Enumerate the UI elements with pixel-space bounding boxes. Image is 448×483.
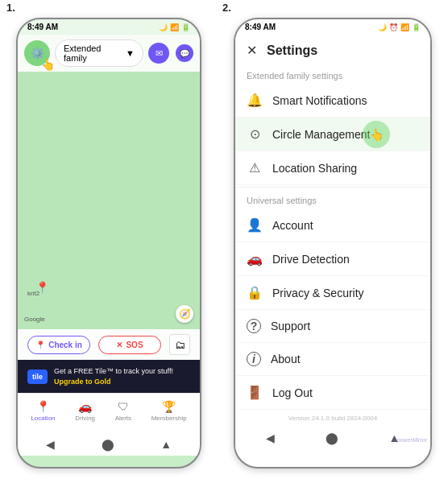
moon-icon: 🌙	[378, 23, 387, 31]
alerts-nav-label: Alerts	[115, 415, 131, 422]
settings-header: ✕ Settings	[235, 35, 430, 64]
menu-item-drive-detection[interactable]: 🚗 Drive Detection	[235, 242, 430, 276]
nav-alerts[interactable]: 🛡 Alerts	[115, 400, 131, 422]
notification-icon: 🌙	[159, 23, 168, 31]
privacy-icon: 🔒	[247, 285, 263, 300]
screen2-container: 2. 8:49 AM 🌙 ⏰ 📶 🔋 ✕ Settings Extended f…	[216, 0, 448, 483]
phone-mockup-2: 8:49 AM 🌙 ⏰ 📶 🔋 ✕ Settings Extended fami…	[234, 18, 432, 469]
bottom-nav-1: 📍 Location 🚗 Driving 🛡 Alerts 🏆 Membersh…	[18, 393, 200, 433]
tile-logo: tile	[27, 369, 48, 384]
google-watermark: Google	[24, 316, 45, 323]
layers-button[interactable]: 🗂	[169, 334, 190, 355]
sos-button[interactable]: ✕ SOS	[98, 336, 161, 354]
compass-button[interactable]: 🧭	[176, 305, 193, 323]
status-bar-2: 8:49 AM 🌙 ⏰ 📶 🔋	[235, 19, 430, 35]
nav-location[interactable]: 📍 Location	[31, 400, 55, 422]
battery-icon-2: 🔋	[412, 23, 421, 31]
cursor-hand-icon-2: 👆	[370, 128, 384, 141]
nav-driving[interactable]: 🚗 Driving	[75, 400, 95, 422]
sos-x-icon: ✕	[116, 341, 122, 349]
status-time-2: 8:49 AM	[245, 23, 276, 31]
sos-label: SOS	[126, 341, 143, 349]
location-nav-icon: 📍	[36, 400, 50, 413]
about-icon: i	[247, 352, 261, 366]
status-icons-2: 🌙 ⏰ 📶 🔋	[378, 23, 421, 31]
alarm-icon: ⏰	[389, 23, 398, 31]
location-sharing-label: Location Sharing	[272, 162, 357, 175]
menu-item-privacy[interactable]: 🔒 Privacy & Security	[235, 276, 430, 310]
menu-item-smart-notifications[interactable]: 🔔 Smart Notifications	[235, 84, 430, 118]
tile-promo-main: Get a FREE Tile™ to track your stuff!	[54, 366, 173, 377]
family-dropdown[interactable]: Extended family ▼	[55, 39, 143, 67]
driving-nav-label: Driving	[75, 415, 95, 422]
map-pin-icon: 📍	[35, 281, 49, 294]
support-icon: ?	[247, 319, 261, 333]
logout-icon: 🚪	[247, 385, 263, 400]
back-btn[interactable]: ◀	[46, 438, 55, 451]
location-nav-label: Location	[31, 415, 55, 422]
alerts-nav-icon: 🛡	[118, 400, 129, 413]
menu-item-logout[interactable]: 🚪 Log Out	[235, 376, 430, 410]
account-label: Account	[272, 219, 313, 232]
recent-btn[interactable]: ▲	[160, 438, 172, 451]
checkin-icon: 📍	[35, 341, 45, 349]
cursor-hand-icon: 👆	[41, 58, 55, 71]
menu-item-location-sharing[interactable]: ⚠ Location Sharing	[235, 151, 430, 185]
section-divider	[235, 187, 430, 188]
smart-notifications-label: Smart Notifications	[272, 94, 367, 107]
privacy-label: Privacy & Security	[272, 287, 364, 299]
home-btn[interactable]: ⬤	[102, 438, 114, 451]
logout-label: Log Out	[272, 386, 313, 399]
location-share-icon: ⚠	[247, 160, 263, 175]
status-time-1: 8:49 AM	[27, 23, 58, 31]
nav-membership[interactable]: 🏆 Membership	[151, 400, 187, 422]
watermark: ApowerMirror	[393, 437, 427, 443]
menu-item-about[interactable]: i About	[235, 343, 430, 376]
support-label: Support	[271, 320, 310, 332]
tile-upgrade-label: Upgrade to Gold	[54, 377, 173, 387]
map-area: krit2 📍 Google 🧭	[18, 72, 200, 329]
settings-title: Settings	[267, 43, 317, 58]
menu-item-account[interactable]: 👤 Account	[235, 208, 430, 242]
status-bar-1: 8:49 AM 🌙 📶 🔋	[18, 19, 200, 35]
circle-management-label: Circle Management	[272, 128, 370, 141]
phone-mockup-1: 8:49 AM 🌙 📶 🔋 ⚙️ 👆 Extended family ▼ ✉ 💬…	[16, 18, 201, 469]
phone-navbar-1: ◀ ⬤ ▲	[18, 433, 200, 456]
checkin-label: Check in	[48, 341, 82, 349]
cursor-highlight: 👆	[363, 121, 390, 148]
signal-icon-2: 📶	[400, 23, 409, 31]
topbar-1: ⚙️ 👆 Extended family ▼ ✉ 💬	[18, 35, 200, 72]
screen1-container: 1. 8:49 AM 🌙 📶 🔋 ⚙️ 👆 Extended family ▼ …	[0, 0, 216, 483]
signal-icon: 📶	[170, 23, 179, 31]
action-buttons: 📍 Check in ✕ SOS 🗂	[18, 329, 200, 360]
close-button[interactable]: ✕	[247, 43, 257, 58]
checkin-button[interactable]: 📍 Check in	[27, 336, 90, 354]
screen2-label: 2.	[222, 2, 231, 14]
tile-promo-banner[interactable]: tile Get a FREE Tile™ to track your stuf…	[18, 360, 200, 393]
family-dropdown-label: Extended family	[64, 43, 126, 63]
battery-icon: 🔋	[181, 23, 190, 31]
extended-family-section-header: Extended family settings	[235, 64, 430, 84]
membership-nav-label: Membership	[151, 415, 187, 422]
version-text: Version 24.1.0 build 2824.0004	[235, 410, 430, 427]
status-icons-1: 🌙 📶 🔋	[159, 23, 190, 31]
circle-icon: ⊙	[247, 126, 263, 142]
menu-item-circle-management[interactable]: ⊙ Circle Management 👆	[235, 118, 430, 151]
chat-button[interactable]: 💬	[176, 44, 193, 62]
back-btn-2[interactable]: ◀	[266, 431, 275, 444]
screen1-label: 1.	[6, 2, 15, 14]
universal-section-header: Universal settings	[235, 189, 430, 208]
settings-button[interactable]: ⚙️ 👆	[24, 40, 50, 66]
driving-nav-icon: 🚗	[78, 400, 92, 413]
drive-icon: 🚗	[247, 251, 263, 266]
drive-detection-label: Drive Detection	[272, 253, 350, 266]
dropdown-arrow-icon: ▼	[126, 48, 135, 58]
menu-item-support[interactable]: ? Support	[235, 310, 430, 343]
account-icon: 👤	[247, 217, 263, 233]
membership-nav-icon: 🏆	[162, 400, 176, 413]
bell-icon: 🔔	[247, 93, 263, 108]
mail-button[interactable]: ✉	[148, 43, 169, 64]
about-label: About	[271, 353, 301, 365]
tile-promo-text: Get a FREE Tile™ to track your stuff! Up…	[54, 366, 173, 386]
home-btn-2[interactable]: ⬤	[326, 431, 338, 444]
